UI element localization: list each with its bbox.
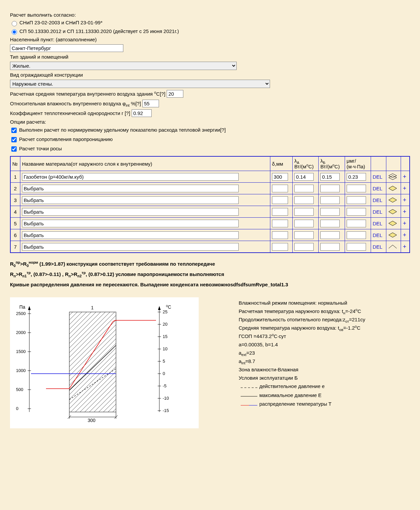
radio-snip[interactable] [12, 21, 17, 26]
add-button[interactable]: + [403, 185, 407, 192]
svg-text:5: 5 [163, 359, 165, 364]
svg-text:15: 15 [163, 334, 167, 339]
mu-input[interactable] [347, 208, 366, 216]
delete-button[interactable]: DEL [373, 197, 382, 203]
svg-text:25: 25 [163, 309, 167, 314]
temp-help-link[interactable]: ? [161, 91, 164, 97]
th-lambda-a: λАВт/(мoС) [293, 156, 319, 171]
add-button[interactable]: + [403, 232, 407, 239]
row-number: 1 [10, 171, 20, 183]
material-name-input[interactable] [22, 220, 239, 227]
temp-input[interactable] [167, 90, 183, 98]
layer-icon[interactable] [386, 194, 401, 206]
add-button[interactable]: + [403, 208, 407, 215]
material-name-input[interactable] [22, 208, 239, 216]
layer-icon[interactable] [386, 171, 401, 183]
chart: Па 25002000150010005000 oС 2520151050-5-… [10, 297, 199, 428]
lambda-a-input[interactable] [294, 173, 314, 181]
opt2-checkbox[interactable] [11, 137, 17, 142]
opt1-label[interactable]: Выполнен расчет по нормируемому удельном… [10, 127, 226, 133]
lambda-a-input[interactable] [294, 243, 314, 251]
humidity-input[interactable] [142, 100, 159, 107]
mu-input[interactable] [347, 243, 366, 251]
result-vapor: Rп>Rп1тр, (0.87>-0.11) , Rп>Rп2тр, (0.87… [10, 271, 410, 277]
building-type-select[interactable]: Жилые. [10, 62, 237, 70]
table-row: 3DEL+ [10, 194, 410, 206]
delete-button[interactable]: DEL [373, 186, 382, 191]
layer-icon[interactable] [386, 183, 401, 194]
thickness-input[interactable] [272, 196, 288, 204]
envelope-select[interactable]: Наружные стены. [10, 80, 270, 88]
add-button[interactable]: + [403, 173, 407, 180]
delete-button[interactable]: DEL [373, 221, 382, 226]
layer-icon[interactable] [386, 218, 401, 229]
material-name-input[interactable] [22, 185, 239, 192]
thickness-input[interactable] [272, 243, 288, 251]
lambda-b-input[interactable] [320, 220, 340, 227]
svg-text:300: 300 [88, 418, 96, 423]
lambda-b-input[interactable] [320, 231, 340, 239]
table-row: 6DEL+ [10, 229, 410, 241]
thickness-input[interactable] [272, 231, 288, 239]
lambda-a-input[interactable] [294, 231, 314, 239]
lambda-b-input[interactable] [320, 185, 340, 192]
layer-icon[interactable] [386, 241, 401, 253]
lambda-a-input[interactable] [294, 208, 314, 216]
humidity-label: Относительная влажность внутреннего возд… [10, 101, 141, 106]
opt2-label[interactable]: Расчет сопротивления паропроницанию [10, 136, 113, 142]
radio-sp-text: СП 50.13330.2012 и СП 131.13330.2020 (де… [19, 28, 179, 34]
svg-text:1: 1 [91, 305, 94, 310]
lambda-b-input[interactable] [320, 173, 340, 181]
material-name-input[interactable] [22, 196, 239, 204]
delete-button[interactable]: DEL [373, 174, 382, 180]
info-heating-period: Продолжительность отопительного периода:… [239, 317, 365, 322]
mu-input[interactable] [347, 220, 366, 227]
mu-input[interactable] [347, 196, 366, 204]
lambda-b-input[interactable] [320, 243, 340, 251]
add-button[interactable]: + [403, 197, 407, 204]
delete-button[interactable]: DEL [373, 209, 382, 215]
svg-text:0: 0 [163, 371, 165, 376]
city-label: Населенный пункт: (автозаполнение) [10, 37, 410, 42]
opt3-label[interactable]: Расчет точки росы [10, 146, 62, 151]
lambda-a-input[interactable] [294, 185, 314, 192]
lambda-b-input[interactable] [320, 208, 340, 216]
delete-button[interactable]: DEL [373, 232, 382, 238]
material-name-input[interactable] [22, 231, 239, 239]
opt1-help-link[interactable]: ? [222, 127, 224, 133]
humidity-help-link[interactable]: ? [137, 101, 139, 106]
opt1-checkbox[interactable] [11, 128, 17, 133]
mu-input[interactable] [347, 231, 366, 239]
info-aext: aext=23 [239, 350, 365, 356]
opt3-checkbox[interactable] [11, 146, 17, 152]
mu-input[interactable] [347, 185, 366, 192]
table-row: 2DEL+ [10, 183, 410, 194]
mu-input[interactable] [347, 173, 366, 181]
radio-sp[interactable] [12, 29, 17, 35]
r-input[interactable] [132, 109, 152, 117]
layer-icon[interactable] [386, 229, 401, 241]
svg-text:oС: oС [166, 304, 171, 310]
radio-sp-label[interactable]: СП 50.13330.2012 и СП 131.13330.2020 (де… [10, 28, 179, 34]
delete-button[interactable]: DEL [373, 244, 382, 250]
radio-snip-label[interactable]: СНиП 23-02-2003 и СНиП 23-01-99* [10, 20, 102, 25]
svg-text:1000: 1000 [16, 368, 26, 373]
city-input[interactable] [10, 44, 123, 52]
lambda-b-input[interactable] [320, 196, 340, 204]
material-name-input[interactable] [22, 243, 239, 251]
result-heat-transfer: R0пр>R0норм (1.99>1.87) конструкция соот… [10, 261, 410, 267]
thickness-input[interactable] [272, 220, 288, 227]
thickness-input[interactable] [272, 173, 288, 181]
thickness-input[interactable] [272, 208, 288, 216]
lambda-a-input[interactable] [294, 196, 314, 204]
layer-icon[interactable] [386, 206, 401, 218]
legend-T: распределение температуры T [239, 401, 365, 407]
thickness-input[interactable] [272, 185, 288, 192]
svg-text:-15: -15 [163, 408, 169, 413]
add-button[interactable]: + [403, 243, 407, 250]
material-name-input[interactable] [22, 173, 239, 181]
add-button[interactable]: + [403, 220, 407, 227]
info-avg-temp: Средняя температура наружного воздуха: t… [239, 325, 365, 331]
lambda-a-input[interactable] [294, 220, 314, 227]
row-number: 3 [10, 194, 20, 206]
